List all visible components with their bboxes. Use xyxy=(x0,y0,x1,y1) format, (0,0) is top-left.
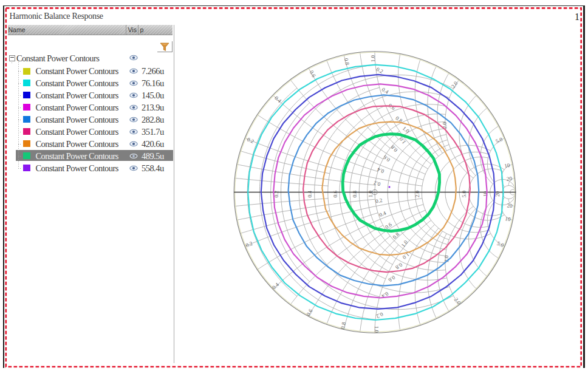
svg-text:1.0: 1.0 xyxy=(402,125,411,134)
svg-text:20: 20 xyxy=(494,191,501,197)
svg-text:0.8: 0.8 xyxy=(340,321,347,330)
svg-text:2.0: 2.0 xyxy=(414,190,420,197)
svg-text:0.8: 0.8 xyxy=(389,144,398,153)
svg-text:1.0: 1.0 xyxy=(374,326,380,333)
svg-text:0.2: 0.2 xyxy=(246,136,255,145)
svg-text:0.8: 0.8 xyxy=(394,262,403,271)
svg-text:2.0: 2.0 xyxy=(453,296,462,305)
svg-text:5.0: 5.0 xyxy=(461,190,467,197)
svg-text:0.2: 0.2 xyxy=(375,311,385,319)
svg-text:0.6: 0.6 xyxy=(332,190,338,197)
svg-text:1.0: 1.0 xyxy=(368,190,374,197)
svg-text:10: 10 xyxy=(505,216,511,223)
svg-text:5.0: 5.0 xyxy=(496,240,505,249)
svg-text:10: 10 xyxy=(482,191,488,197)
svg-text:0.2: 0.2 xyxy=(245,240,253,249)
svg-text:20: 20 xyxy=(507,202,513,209)
svg-text:1.0: 1.0 xyxy=(370,55,376,63)
svg-text:20: 20 xyxy=(506,175,512,182)
svg-text:10: 10 xyxy=(504,162,510,169)
svg-text:1.0: 1.0 xyxy=(400,239,409,248)
svg-text:0.8: 0.8 xyxy=(343,58,350,66)
svg-text:5.0: 5.0 xyxy=(494,136,504,145)
svg-text:0.4: 0.4 xyxy=(381,86,390,95)
svg-text:0.8: 0.8 xyxy=(352,190,358,197)
svg-text:0.2: 0.2 xyxy=(375,197,383,205)
svg-text:0.4: 0.4 xyxy=(307,190,313,197)
svg-text:0.6: 0.6 xyxy=(387,274,396,284)
svg-text:0.2: 0.2 xyxy=(373,180,381,187)
